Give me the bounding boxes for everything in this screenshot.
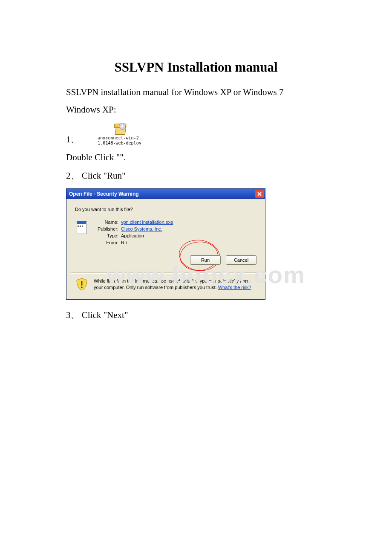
dialog-titlebar[interactable]: Open File - Security Warning [66, 189, 265, 199]
step-2-text: Click "Run" [82, 171, 126, 181]
page-title: SSLVPN Installation manual [66, 60, 326, 75]
file-info-table: Name: vpn client installation.exe Publis… [94, 219, 173, 246]
type-value: Application [121, 233, 144, 238]
close-button[interactable] [255, 190, 264, 198]
dialog-button-row: Run Cancel [73, 255, 257, 265]
dialog-separator [71, 272, 261, 274]
os-heading: Windows XP: [66, 104, 326, 115]
cancel-button[interactable]: Cancel [226, 255, 257, 265]
from-value: R:\ [121, 240, 127, 245]
installer-file-caption: anyconnect-win-2. 1.0148-web-deploy [98, 136, 141, 145]
whats-the-risk-link[interactable]: What's the risk? [218, 285, 251, 290]
step-3-marker: 3、 [66, 310, 80, 320]
file-name-link[interactable]: vpn client installation.exe [121, 220, 173, 225]
step-1-marker: 1、 [66, 133, 80, 145]
application-icon [75, 220, 89, 235]
dialog-warning-text: While files from the Internet can be use… [94, 278, 257, 291]
step-1: 1、 anyconnect-win-2. 1.0148-web-deploy [66, 122, 326, 145]
close-icon [257, 192, 262, 196]
svg-point-1 [81, 286, 83, 288]
box-icon [113, 122, 127, 135]
step-1-instruction: Double Click "". [66, 152, 326, 163]
step-2-marker: 2、 [66, 171, 80, 181]
security-warning-dialog: Open File - Security Warning Do you want… [66, 188, 265, 300]
svg-rect-0 [81, 281, 83, 286]
publisher-link[interactable]: Cisco Systems, Inc. [121, 226, 162, 231]
label-type: Type: [94, 233, 121, 238]
run-button[interactable]: Run [190, 255, 221, 265]
label-name: Name: [94, 220, 121, 225]
dialog-lead-text: Do you want to run this file? [75, 207, 258, 212]
step-3-text: Click "Next" [82, 310, 128, 320]
installer-file-icon: anyconnect-win-2. 1.0148-web-deploy [98, 122, 141, 145]
dialog-title: Open File - Security Warning [69, 191, 139, 197]
intro-text: SSLVPN installation manual for Windows X… [66, 87, 326, 98]
label-from: From: [94, 240, 121, 245]
shield-warning-icon [76, 278, 88, 291]
label-publisher: Publisher: [94, 226, 121, 231]
